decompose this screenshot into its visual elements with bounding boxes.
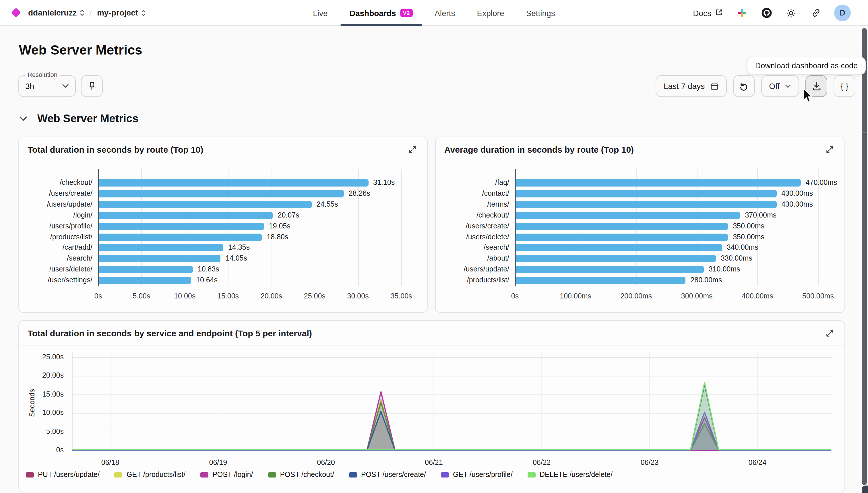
legend-label: POST /users/create/ [361, 471, 426, 479]
tab-explore[interactable]: Explore [477, 0, 504, 26]
braces-label: { } [841, 82, 848, 91]
legend-item[interactable]: POST /users/create/ [349, 471, 426, 479]
tab-label: Alerts [435, 8, 455, 18]
bar-value-label: 330.00ms [721, 255, 752, 262]
bar-value-label: 14.35s [228, 244, 250, 252]
tab-alerts[interactable]: Alerts [435, 0, 455, 26]
series-line [72, 383, 831, 450]
tab-live[interactable]: Live [313, 0, 327, 26]
bar-value-label: 310.00ms [709, 265, 740, 273]
panel-header: Total duration in seconds by service and… [19, 321, 845, 346]
logo-diamond-icon[interactable] [11, 8, 21, 18]
resolution-value: 3h [25, 82, 34, 91]
code-view-button[interactable]: { } [833, 75, 855, 97]
project-switcher[interactable]: my-project [97, 8, 146, 17]
expand-icon[interactable] [406, 143, 419, 156]
panel-duration-by-service-endpoint: Total duration in seconds by service and… [18, 320, 845, 492]
legend-label: PUT /users/update/ [38, 471, 100, 479]
x-tick-label: 10.00s [174, 292, 195, 300]
github-icon[interactable] [760, 6, 773, 19]
time-range-button[interactable]: Last 7 days [656, 75, 726, 97]
bar-value-label: 430.00ms [781, 189, 813, 197]
bar [99, 244, 223, 252]
legend-item[interactable]: POST /checkout/ [268, 471, 334, 479]
bar-category-label: /users/update/ [436, 265, 509, 273]
bar-value-label: 24.55s [317, 200, 338, 208]
chart-legend: PUT /users/update/GET /products/list/POS… [26, 471, 613, 479]
app-root: ddanielcruzz / my-project LiveDashboards… [0, 0, 868, 493]
legend-item[interactable]: PUT /users/update/ [26, 471, 100, 479]
resolution-select[interactable]: Resolution 3h [18, 75, 76, 97]
tab-settings[interactable]: Settings [526, 0, 555, 26]
legend-label: GET /users/profile/ [453, 471, 513, 479]
x-tick-label: 06/21 [411, 458, 457, 467]
docs-link[interactable]: Docs [693, 8, 723, 18]
section-header[interactable]: Web Server Metrics [19, 112, 139, 125]
bar-value-label: 430.00ms [781, 200, 813, 208]
y-axis-line [515, 169, 516, 286]
area-plot [54, 352, 834, 458]
legend-swatch [349, 472, 357, 477]
auto-refresh-select[interactable]: Off [761, 75, 799, 97]
bar-category-label: /users/update/ [19, 200, 92, 208]
gridline [401, 169, 402, 286]
tab-dashboards[interactable]: DashboardsV2 [350, 0, 413, 26]
avatar[interactable]: D [834, 5, 851, 21]
bar-value-label: 19.05s [269, 222, 291, 230]
refresh-button[interactable] [733, 75, 755, 97]
expand-icon[interactable] [823, 327, 836, 340]
chevron-updown-icon [141, 9, 146, 16]
tab-label: Dashboards [350, 8, 396, 18]
scroll-corner [862, 486, 868, 493]
bar-category-label: /contact/ [436, 189, 509, 197]
legend-item[interactable]: GET /products/list/ [114, 471, 186, 479]
bar-value-label: 14.05s [226, 255, 247, 262]
x-tick-label: 06/20 [303, 458, 349, 467]
link-icon[interactable] [809, 6, 822, 19]
slack-icon[interactable] [735, 6, 748, 19]
expand-icon[interactable] [823, 143, 836, 156]
bar [516, 179, 801, 187]
bar-category-label: /users/delete/ [436, 233, 509, 241]
bar-category-label: /search/ [19, 255, 92, 262]
legend-item[interactable]: GET /users/profile/ [441, 471, 513, 479]
legend-item[interactable]: POST /login/ [200, 471, 253, 479]
legend-item[interactable]: DELETE /users/delete/ [528, 471, 613, 479]
legend-label: GET /products/list/ [127, 471, 186, 479]
bar-category-label: /users/profile/ [19, 222, 92, 230]
panel-header: Average duration in seconds by route (To… [436, 137, 845, 163]
v2-badge: V2 [400, 8, 413, 18]
bar [516, 244, 722, 252]
bar-value-label: 18.80s [267, 233, 288, 241]
bar-value-label: 340.00ms [727, 244, 758, 252]
auto-refresh-value: Off [769, 82, 780, 91]
bar-value-label: 10.83s [198, 265, 219, 273]
bar-category-label: /checkout/ [436, 211, 509, 219]
legend-swatch [268, 472, 276, 477]
download-dashboard-button[interactable] [805, 75, 827, 97]
org-switcher[interactable]: ddanielcruzz [28, 8, 84, 17]
chevron-down-icon [785, 84, 791, 88]
bar-category-label: /users/create/ [436, 222, 509, 230]
bar-category-label: /users/delete/ [19, 265, 92, 273]
pin-button[interactable] [81, 75, 103, 97]
gridline [315, 169, 315, 286]
bar [99, 266, 193, 273]
gridline [818, 169, 819, 286]
legend-swatch [528, 472, 536, 477]
bar-value-label: 280.00ms [690, 276, 722, 284]
x-tick-label: 35.00s [390, 292, 412, 300]
x-tick-label: 06/19 [195, 458, 241, 467]
scrollbar-thumb[interactable] [862, 28, 867, 485]
y-axis-title: Seconds [28, 383, 36, 423]
breadcrumb: ddanielcruzz / my-project [0, 8, 146, 18]
panel-title: Total duration in seconds by route (Top … [27, 145, 203, 154]
gridline [358, 169, 359, 286]
bar-category-label: /products/list/ [19, 233, 92, 241]
x-tick-label: 06/18 [87, 458, 133, 467]
bar [99, 179, 368, 187]
theme-sun-icon[interactable] [785, 6, 798, 19]
tab-label: Explore [477, 8, 504, 18]
legend-swatch [26, 472, 34, 477]
bar [99, 255, 221, 262]
